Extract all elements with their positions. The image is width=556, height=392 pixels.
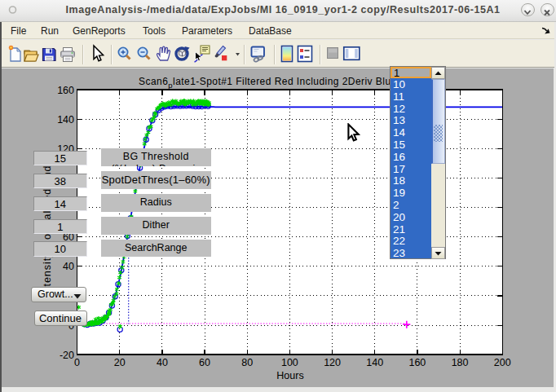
svg-text:180: 180 (452, 357, 469, 368)
svg-text:Hours: Hours (276, 370, 303, 381)
svg-text:0: 0 (74, 357, 80, 368)
svg-text:120: 120 (324, 357, 341, 368)
svg-text:60: 60 (199, 357, 210, 368)
svg-text:40: 40 (63, 261, 74, 272)
svg-text:20: 20 (114, 357, 126, 368)
svg-text:-20: -20 (60, 350, 74, 361)
svg-text:160: 160 (408, 357, 426, 368)
svg-text:100: 100 (281, 357, 298, 368)
svg-text:80: 80 (241, 357, 253, 368)
svg-text:160: 160 (57, 85, 74, 96)
svg-text:140: 140 (366, 357, 383, 368)
svg-text:40: 40 (157, 357, 168, 368)
svg-text:140: 140 (57, 114, 74, 126)
svg-text:Scan6plate1-Spot#1 Filtered Re: Scan6plate1-Spot#1 Filtered Red Includin… (139, 76, 397, 90)
svg-text:200: 200 (494, 357, 511, 368)
